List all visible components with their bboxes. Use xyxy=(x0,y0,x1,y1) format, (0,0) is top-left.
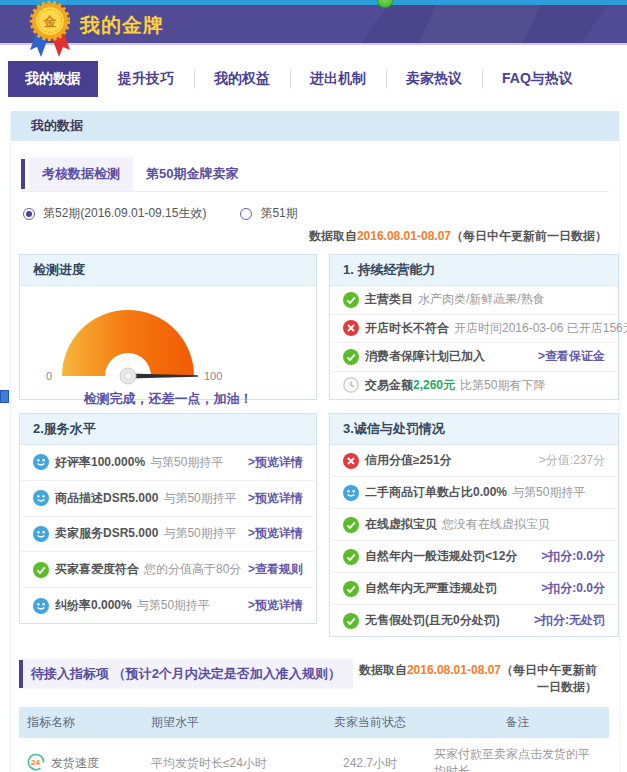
metric-desc: 与第50期持平 xyxy=(163,490,236,507)
metric-desc: 开店时间2016-03-06 已开店156天 xyxy=(454,320,627,337)
page-banner: 我的金牌 xyxy=(0,5,627,45)
nav-tabbar: 我的数据 提升技巧 我的权益 进出机制 卖家热议 FAQ与热议 xyxy=(0,45,627,111)
medal-character: 金 xyxy=(43,14,58,29)
preview-detail-link[interactable]: >预览详情 xyxy=(248,525,303,542)
metric-label: 自然年内无严重违规处罚 xyxy=(365,580,497,597)
preview-detail-link[interactable]: >预览详情 xyxy=(248,490,303,507)
panels-grid: 检测进度 0 100 xyxy=(19,254,619,637)
metric-desc: 与第50期持平 xyxy=(150,454,223,471)
gold-medal-icon: 金 xyxy=(24,0,76,64)
tab-seller-buzz[interactable]: 卖家热议 xyxy=(386,61,482,97)
main-content: 我的数据 考核数据检测 第50期金牌卖家 第52期(2016.09.01-09.… xyxy=(10,111,620,772)
operating-ability-panel: 1. 持续经营能力 主营类目 水产肉类/新鲜蔬果/熟食 开店时长不符合 开店时间… xyxy=(329,254,619,400)
tab-faq[interactable]: FAQ与热议 xyxy=(482,61,593,97)
metric-label: 无售假处罚(且无0分处罚) xyxy=(365,612,500,629)
deduction-link[interactable]: >扣分:0.0分 xyxy=(541,548,605,565)
credit-score-note: >分值:237分 xyxy=(539,452,605,469)
metric-buyer-favor: 买家喜爱度符合 您的分值高于80分 >查看规则 xyxy=(20,551,316,587)
note-prefix: 数据取自 xyxy=(309,229,357,243)
metric-desc: 您没有在线虚拟宝贝 xyxy=(442,516,550,533)
svg-text:24: 24 xyxy=(31,758,40,767)
deduction-link[interactable]: >扣分:0.0分 xyxy=(541,580,605,597)
pending-subtitle-text: （预计2个月内决定是否加入准入规则） xyxy=(113,666,341,681)
left-scroll-handle[interactable] xyxy=(0,390,9,403)
pending-metrics-table: 指标名称 期望水平 卖家当前状态 备注 24发货速度 平均发货时长≤24小时 2… xyxy=(19,707,609,772)
note-suffix: （每日中午更新前一日数据） xyxy=(451,229,607,243)
smiley-icon xyxy=(33,454,49,470)
table-row-shipping-speed: 24发货速度 平均发货时长≤24小时 242.7小时 买家付款至卖家点击发货的平… xyxy=(19,738,609,772)
cross-circle-icon xyxy=(343,320,359,336)
clock-icon xyxy=(343,377,359,393)
service-level-title: 2.服务水平 xyxy=(20,414,316,445)
metric-label: 信用分值≥251分 xyxy=(365,452,452,469)
check-circle-icon xyxy=(343,613,359,629)
pending-title: 待接入指标项 （预计2个月内决定是否加入准入规则） xyxy=(23,659,353,689)
check-circle-icon xyxy=(33,562,49,578)
metric-label: 消费者保障计划已加入 xyxy=(365,348,485,365)
note-prefix: 数据取自 xyxy=(359,663,407,677)
integrity-penalty-panel: 3.诚信与处罚情况 信用分值≥251分 >分值:237分 二手商品订单数占比0.… xyxy=(329,413,619,637)
note-date: 2016.08.01-08.07 xyxy=(407,663,501,677)
check-circle-icon xyxy=(343,549,359,565)
metric-consumer-protection: 消费者保障计划已加入 >查看保证金 xyxy=(330,342,618,371)
deduction-link[interactable]: >扣分:无处罚 xyxy=(534,612,605,629)
pending-metrics-header: 待接入指标项 （预计2个月内决定是否加入准入规则） 数据取自2016.08.01… xyxy=(19,652,609,696)
integrity-penalty-title: 3.诚信与处罚情况 xyxy=(330,414,618,445)
metric-label: 二手商品订单数占比0.00% xyxy=(365,484,507,501)
pending-title-text: 待接入指标项 xyxy=(31,666,109,681)
radio-period-52[interactable] xyxy=(23,208,35,220)
gauge-caption: 检测完成，还差一点，加油！ xyxy=(20,390,316,408)
metric-desc: 与第50期持平 xyxy=(137,597,210,614)
metric-credit-score: 信用分值≥251分 >分值:237分 xyxy=(330,445,618,476)
subtab-period50-sellers[interactable]: 第50期金牌卖家 xyxy=(133,157,251,191)
note-date: 2016.08.01-08.07 xyxy=(357,229,451,243)
check-circle-icon xyxy=(343,349,359,365)
smiley-icon xyxy=(343,485,359,501)
subtabs: 考核数据检测 第50期金牌卖家 xyxy=(21,157,609,192)
smiley-icon xyxy=(33,598,49,614)
speed-24h-icon: 24 xyxy=(27,760,45,772)
metric-general-violation: 自然年内一般违规处罚<12分 >扣分:0.0分 xyxy=(330,540,618,572)
metric-label: 买家喜爱度符合 xyxy=(55,561,139,578)
col-remark: 备注 xyxy=(426,707,609,738)
tab-my-benefits[interactable]: 我的权益 xyxy=(194,61,290,97)
preview-detail-link[interactable]: >预览详情 xyxy=(248,454,303,471)
table-header-row: 指标名称 期望水平 卖家当前状态 备注 xyxy=(19,707,609,738)
metric-label: 自然年内一般违规处罚<12分 xyxy=(365,548,517,565)
metric-desc: 水产肉类/新鲜蔬果/熟食 xyxy=(418,291,545,308)
metric-desc: 与第50期持平 xyxy=(163,525,236,542)
metric-desc: 比第50期有下降 xyxy=(460,377,545,394)
subtab-assessment-check[interactable]: 考核数据检测 xyxy=(29,157,133,191)
operating-ability-title: 1. 持续经营能力 xyxy=(330,255,618,286)
radio-period-52-label[interactable]: 第52期(2016.09.01-09.15生效) xyxy=(43,205,206,222)
metric-counterfeit-penalty: 无售假处罚(且无0分处罚) >扣分:无处罚 xyxy=(330,604,618,636)
check-circle-icon xyxy=(343,517,359,533)
service-level-panel: 2.服务水平 好评率100.000% 与第50期持平 >预览详情 商品描述DSR… xyxy=(19,413,317,624)
check-circle-icon xyxy=(343,292,359,308)
metric-shop-age: 开店时长不符合 开店时间2016-03-06 已开店156天 xyxy=(330,314,618,343)
cross-circle-icon xyxy=(343,453,359,469)
progress-gauge-chart: 0 100 xyxy=(20,300,236,386)
view-rules-link[interactable]: >查看规则 xyxy=(248,561,303,578)
tab-improve-skills[interactable]: 提升技巧 xyxy=(98,61,194,97)
data-source-note: 数据取自2016.08.01-08.07（每日中午更新前一日数据） xyxy=(353,662,597,696)
radio-period-51-label[interactable]: 第51期 xyxy=(260,205,297,222)
radio-period-51[interactable] xyxy=(240,208,252,220)
metric-label: 卖家服务DSR5.000 xyxy=(55,525,158,542)
gauge-body: 0 100 检测完成，还差一点，加油！ xyxy=(20,286,316,408)
metric-label: 商品描述DSR5.000 xyxy=(55,490,158,507)
tab-my-data[interactable]: 我的数据 xyxy=(8,61,98,97)
col-expected-level: 期望水平 xyxy=(143,707,314,738)
metric-dispute-rate: 纠纷率0.000% 与第50期持平 >预览详情 xyxy=(20,587,316,623)
preview-detail-link[interactable]: >预览详情 xyxy=(248,597,303,614)
gauge-min-label: 0 xyxy=(46,370,52,382)
view-deposit-link[interactable]: >查看保证金 xyxy=(538,348,605,365)
col-metric-name: 指标名称 xyxy=(19,707,143,738)
current-status: 242.7小时 xyxy=(314,738,426,772)
metric-label: 交易金额 xyxy=(365,377,413,394)
period-selector: 第52期(2016.09.01-09.15生效) 第51期 xyxy=(23,205,619,222)
metric-virtual-items: 在线虚拟宝贝 您没有在线虚拟宝贝 xyxy=(330,508,618,540)
metric-seller-service: 卖家服务DSR5.000 与第50期持平 >预览详情 xyxy=(20,516,316,552)
tab-entry-exit[interactable]: 进出机制 xyxy=(290,61,386,97)
metric-main-category: 主营类目 水产肉类/新鲜蔬果/熟食 xyxy=(330,286,618,314)
